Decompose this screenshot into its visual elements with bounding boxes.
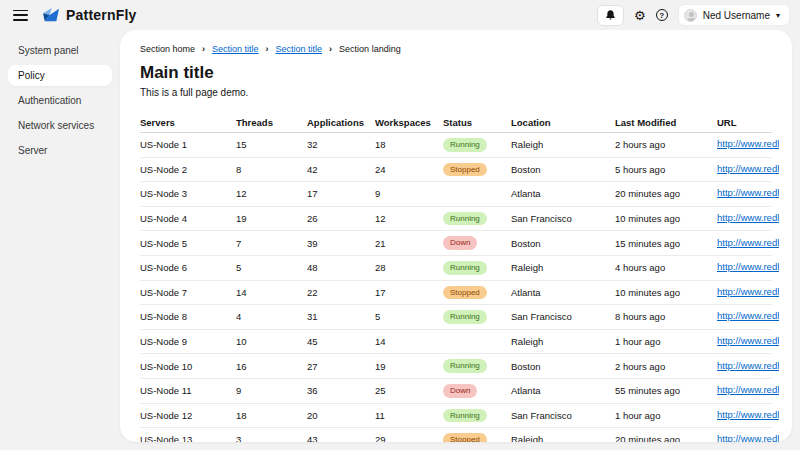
workspaces-cell: 5 [375, 311, 443, 322]
breadcrumb-chevron-icon: › [329, 44, 332, 54]
url-link[interactable]: http://www.redhat... [717, 237, 779, 248]
url-link[interactable]: http://www.redhat... [717, 360, 779, 371]
table-row: US-Node 7142217StoppedAtlanta10 minutes … [140, 281, 772, 306]
applications-cell: 39 [307, 238, 375, 249]
status-badge: Stopped [443, 286, 487, 300]
sidebar-item-network-services[interactable]: Network services [8, 115, 112, 136]
server-cell: US-Node 5 [140, 238, 236, 249]
server-cell: US-Node 2 [140, 164, 236, 175]
server-cell: US-Node 9 [140, 336, 236, 347]
help-button[interactable]: ? [656, 9, 668, 21]
table-row: US-Node 84315RunningSan Francisco8 hours… [140, 305, 772, 330]
threads-cell: 19 [236, 213, 307, 224]
column-header-threads: Threads [236, 117, 307, 128]
status-badge: Running [443, 212, 487, 226]
last-modified-cell: 2 hours ago [615, 139, 717, 150]
notifications-button[interactable] [597, 5, 624, 26]
breadcrumb-link[interactable]: Section title [276, 44, 323, 54]
status-badge: Down [443, 236, 477, 250]
user-name: Ned Username [703, 10, 770, 21]
status-cell: Running [443, 409, 511, 423]
column-header-applications: Applications [307, 117, 375, 128]
applications-cell: 31 [307, 311, 375, 322]
url-cell: http://www.redhat... [717, 187, 780, 200]
settings-button[interactable]: ⚙ [634, 9, 646, 22]
table-row: US-Node 284224StoppedBoston5 hours agoht… [140, 158, 772, 183]
table-row: US-Node 1153218RunningRaleigh2 hours ago… [140, 133, 772, 158]
url-link[interactable]: http://www.redhat... [717, 433, 779, 442]
sidebar-item-authentication[interactable]: Authentication [8, 90, 112, 111]
url-cell: http://www.redhat... [717, 433, 780, 442]
server-cell: US-Node 8 [140, 311, 236, 322]
url-cell: http://www.redhat... [717, 384, 780, 397]
breadcrumb-chevron-icon: › [266, 44, 269, 54]
threads-cell: 16 [236, 361, 307, 372]
threads-cell: 15 [236, 139, 307, 150]
status-cell: Down [443, 236, 511, 250]
workspaces-cell: 25 [375, 385, 443, 396]
question-icon: ? [656, 9, 668, 21]
location-cell: Raleigh [511, 336, 615, 347]
url-link[interactable]: http://www.redhat... [717, 261, 779, 272]
url-link[interactable]: http://www.redhat... [717, 187, 779, 198]
last-modified-cell: 2 hours ago [615, 361, 717, 372]
threads-cell: 8 [236, 164, 307, 175]
column-header-last-modified: Last Modified [615, 117, 717, 128]
url-link[interactable]: http://www.redhat... [717, 409, 779, 420]
masthead-toolbar: ⚙ ? Ned Username ▾ [597, 4, 790, 26]
table-row: US-Node 654828RunningRaleigh4 hours agoh… [140, 256, 772, 281]
table-header-row: Servers Threads Applications Workspaces … [140, 113, 772, 133]
content-panel: Section home › Section title › Section t… [120, 30, 792, 442]
url-cell: http://www.redhat... [717, 286, 780, 299]
url-link[interactable]: http://www.redhat... [717, 286, 779, 297]
applications-cell: 26 [307, 213, 375, 224]
url-link[interactable]: http://www.redhat... [717, 384, 779, 395]
column-header-status: Status [443, 117, 511, 128]
url-link[interactable]: http://www.redhat... [717, 163, 779, 174]
applications-cell: 22 [307, 287, 375, 298]
workspaces-cell: 12 [375, 213, 443, 224]
brand-name: PatternFly [66, 7, 136, 23]
url-link[interactable]: http://www.redhat... [717, 335, 779, 346]
server-cell: US-Node 10 [140, 361, 236, 372]
url-cell: http://www.redhat... [717, 335, 780, 348]
workspaces-cell: 17 [375, 287, 443, 298]
page-title: Main title [140, 63, 772, 83]
column-header-url: URL [717, 117, 780, 128]
location-cell: Raleigh [511, 262, 615, 273]
sidebar-item-system-panel[interactable]: System panel [8, 40, 112, 61]
table-row: US-Node 12182011RunningSan Francisco1 ho… [140, 404, 772, 429]
breadcrumb-link[interactable]: Section title [212, 44, 259, 54]
status-cell: Running [443, 359, 511, 373]
url-link[interactable]: http://www.redhat... [717, 212, 779, 223]
location-cell: Raleigh [511, 434, 615, 442]
url-cell: http://www.redhat... [717, 237, 780, 250]
applications-cell: 20 [307, 410, 375, 421]
servers-table: Servers Threads Applications Workspaces … [140, 113, 772, 442]
breadcrumb-item: Section home [140, 44, 195, 54]
applications-cell: 48 [307, 262, 375, 273]
table-row: US-Node 4192612RunningSan Francisco10 mi… [140, 207, 772, 232]
location-cell: San Francisco [511, 311, 615, 322]
sidebar-item-policy[interactable]: Policy [8, 65, 112, 86]
last-modified-cell: 1 hour ago [615, 336, 717, 347]
last-modified-cell: 10 minutes ago [615, 213, 717, 224]
table-row: US-Node 573921DownBoston15 minutes agoht… [140, 231, 772, 256]
sidebar-item-server[interactable]: Server [8, 140, 112, 161]
location-cell: Boston [511, 164, 615, 175]
breadcrumb-chevron-icon: › [202, 44, 205, 54]
url-link[interactable]: http://www.redhat... [717, 138, 779, 149]
location-cell: Boston [511, 361, 615, 372]
last-modified-cell: 55 minutes ago [615, 385, 717, 396]
user-menu-button[interactable]: Ned Username ▾ [678, 4, 790, 26]
workspaces-cell: 21 [375, 238, 443, 249]
gear-icon: ⚙ [634, 9, 646, 22]
nav-toggle-icon[interactable] [13, 10, 28, 21]
server-cell: US-Node 13 [140, 434, 236, 442]
status-cell: Running [443, 212, 511, 226]
threads-cell: 3 [236, 434, 307, 442]
chevron-down-icon: ▾ [776, 11, 780, 20]
status-badge: Down [443, 384, 477, 398]
page-subtitle: This is a full page demo. [140, 87, 772, 98]
url-link[interactable]: http://www.redhat... [717, 310, 779, 321]
